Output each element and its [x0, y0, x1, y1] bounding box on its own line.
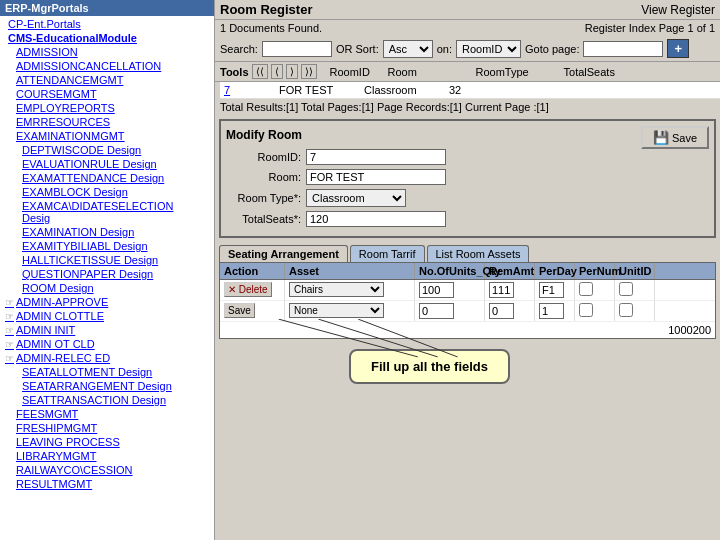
sidebar-item-emrresources[interactable]: EMRRESOURCES: [0, 115, 214, 129]
asset-select-2[interactable]: None: [289, 303, 384, 318]
tabs-row: Seating Arrangement Room Tarrif List Roo…: [219, 245, 716, 262]
arrow-icon: ☞: [5, 311, 14, 322]
form-row-totalseats: TotalSeats*:: [226, 211, 709, 227]
add-button[interactable]: +: [667, 39, 689, 58]
sidebar-item-deptwiscode[interactable]: DEPTWISCODE Design: [0, 143, 214, 157]
label-roomid: RoomID:: [226, 151, 301, 163]
prev-page-btn[interactable]: ⟨: [271, 64, 283, 79]
units-input-2[interactable]: [419, 303, 454, 319]
col-remamt-header: RemAmt: [485, 263, 535, 279]
input-totalseats[interactable]: [306, 211, 446, 227]
save-icon: 💾: [653, 130, 669, 145]
sidebar-item-result[interactable]: RESULTMGMT: [0, 477, 214, 491]
sidebar-item-admissioncancel[interactable]: ADMISSIONCANCELLATION: [0, 59, 214, 73]
sidebar-item-evalrule[interactable]: EVALUATIONRULE Design: [0, 157, 214, 171]
input-room[interactable]: [306, 169, 446, 185]
col-asset-header: Asset: [285, 263, 415, 279]
sidebar-item-examination[interactable]: EXAMINATION Design: [0, 225, 214, 239]
sidebar-item-course[interactable]: COURSEMGMT: [0, 87, 214, 101]
sidebar-item-fees[interactable]: FEESMGMT: [0, 407, 214, 421]
col-action-header: Action: [220, 263, 285, 279]
grid-cell-roomtype: Classroom: [360, 83, 445, 97]
label-room: Room:: [226, 171, 301, 183]
register-bar: 1 Documents Found. Register Index Page 1…: [215, 20, 720, 36]
label-roomtype: Room Type*:: [226, 192, 301, 204]
unitid-check-2[interactable]: [619, 303, 633, 317]
seating-units-2: [415, 301, 485, 321]
sidebar-item-employreports[interactable]: EMPLOYREPORTS: [0, 101, 214, 115]
delete-button-1[interactable]: ✕ Delete: [224, 282, 272, 297]
sidebar-section: CP-Ent.Portals CMS-EducationalModule ADM…: [0, 16, 214, 492]
sidebar-item-examca[interactable]: EXAMCA\DIDATESELECTION Desig: [0, 199, 214, 225]
sidebar-item-exammgmt[interactable]: EXAMINATIONMGMT: [0, 129, 214, 143]
remamt-input-2[interactable]: [489, 303, 514, 319]
sidebar-item-freeship[interactable]: FRESHIPMGMT: [0, 421, 214, 435]
sidebar-item-examattend[interactable]: EXAMATTENDANCE Design: [0, 171, 214, 185]
perhum-check-1[interactable]: [579, 282, 593, 296]
sidebar-item-adminapprove[interactable]: ☞ ADMIN-APPROVE: [0, 295, 214, 309]
sidebar-item-leaving[interactable]: LEAVING PROCESS: [0, 435, 214, 449]
seating-action-1: ✕ Delete: [220, 280, 285, 300]
tab-room-tarrif[interactable]: Room Tarrif: [350, 245, 425, 262]
seating-perhum-2: [575, 301, 615, 321]
sidebar-item-examityb[interactable]: EXAMITYBILIABL Design: [0, 239, 214, 253]
on-label: on:: [437, 43, 452, 55]
last-page-btn[interactable]: ⟩⟩: [301, 64, 317, 79]
tools-bar: Tools ⟨⟨ ⟨ ⟩ ⟩⟩ RoomID Room RoomType Tot…: [215, 61, 720, 82]
perhum-check-2[interactable]: [579, 303, 593, 317]
input-roomid[interactable]: [306, 149, 446, 165]
arrow-icon: ☞: [5, 325, 14, 336]
sidebar-item-cp-portals[interactable]: CP-Ent.Portals: [0, 17, 214, 31]
col-roomid-header: RoomID: [330, 66, 380, 78]
col-unitid-header: UnitID: [615, 263, 655, 279]
seating-save-button-2[interactable]: Save: [224, 303, 255, 318]
perday-input-1[interactable]: [539, 282, 564, 298]
sort-select[interactable]: AscDesc: [383, 40, 433, 58]
perday-input-2[interactable]: [539, 303, 564, 319]
modify-room-panel: Modify Room 💾 Save RoomID: Room: Room Ty…: [219, 119, 716, 238]
sidebar-item-adminot[interactable]: ☞ ADMIN OT CLD: [0, 337, 214, 351]
sidebar-item-adminrelec[interactable]: ☞ ADMIN-RELEC ED: [0, 351, 214, 365]
col-room-header: Room: [388, 66, 468, 78]
grid-cell-room: FOR TEST: [275, 83, 360, 97]
summary-bar: Total Results:[1] Total Pages:[1] Page R…: [215, 99, 720, 115]
save-button[interactable]: 💾 Save: [641, 126, 709, 149]
asset-select-1[interactable]: Chairs: [289, 282, 384, 297]
sidebar-item-admission[interactable]: ADMISSION: [0, 45, 214, 59]
seating-action-2: Save: [220, 301, 285, 321]
next-page-btn[interactable]: ⟩: [286, 64, 298, 79]
goto-label: Goto page:: [525, 43, 579, 55]
select-roomtype[interactable]: Classroom Lab Hall: [306, 189, 406, 207]
remamt-input-1[interactable]: [489, 282, 514, 298]
sidebar-item-questionpaper[interactable]: QUESTIONPAPER Design: [0, 267, 214, 281]
sidebar-item-railway[interactable]: RAILWAYCO\CESSION: [0, 463, 214, 477]
seating-unitid-1: [615, 280, 655, 300]
unitid-check-1[interactable]: [619, 282, 633, 296]
seating-header: Action Asset No.OfUnits_Qty RemAmt PerDa…: [220, 263, 715, 280]
search-input[interactable]: [262, 41, 332, 57]
sidebar-item-seatarrange[interactable]: SEATARRANGEMENT Design: [0, 379, 214, 393]
sidebar-item-seattrans[interactable]: SEATTRANSACTION Design: [0, 393, 214, 407]
sidebar-item-examblock[interactable]: EXAMBLOCK Design: [0, 185, 214, 199]
sidebar-item-library[interactable]: LIBRARYMGMT: [0, 449, 214, 463]
form-row-roomtype: Room Type*: Classroom Lab Hall: [226, 189, 709, 207]
tab-seating-arrangement[interactable]: Seating Arrangement: [219, 245, 348, 262]
on-select[interactable]: RoomID: [456, 40, 521, 58]
grid-cell-totalseats: 32: [445, 83, 515, 97]
sidebar-item-hallticket[interactable]: HALLTICKETISSUE Design: [0, 253, 214, 267]
sidebar-item-adminclottle[interactable]: ☞ ADMIN CLOTTLE: [0, 309, 214, 323]
arrow-icon: ☞: [5, 353, 14, 364]
index-info: Register Index Page 1 of 1: [585, 22, 715, 34]
sidebar-item-admininit[interactable]: ☞ ADMIN INIT: [0, 323, 214, 337]
units-input-1[interactable]: [419, 282, 454, 298]
first-page-btn[interactable]: ⟨⟨: [252, 64, 268, 79]
sidebar-item-attendance[interactable]: ATTENDANCEMGMT: [0, 73, 214, 87]
goto-input[interactable]: [583, 41, 663, 57]
tab-list-room-assets[interactable]: List Room Assets: [427, 245, 530, 262]
sidebar-item-room[interactable]: ROOM Design: [0, 281, 214, 295]
modify-room-title: Modify Room: [226, 128, 302, 142]
sidebar-item-cms[interactable]: CMS-EducationalModule: [0, 31, 214, 45]
seating-asset-2: None: [285, 301, 415, 321]
sidebar-item-seatallot[interactable]: SEATALLOTMENT Design: [0, 365, 214, 379]
grid-cell-roomid[interactable]: 7: [220, 83, 275, 97]
